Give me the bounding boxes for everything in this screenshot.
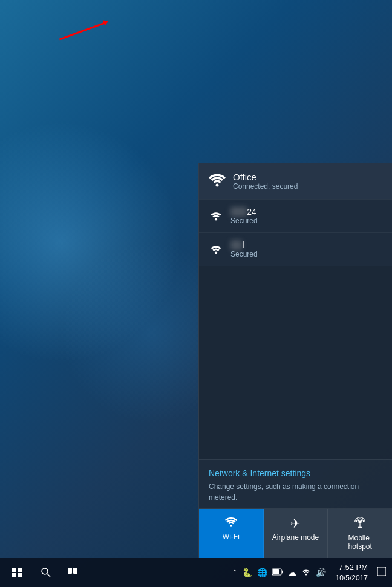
taskbar-clock[interactable]: 7:52 PM 10/5/2017 — [331, 562, 373, 583]
svg-point-4 — [359, 521, 362, 524]
taskbar-date: 10/5/2017 — [336, 573, 368, 583]
svg-rect-13 — [68, 568, 72, 574]
airplane-icon: ✈ — [290, 516, 301, 531]
network-1-name-suffix: 24 — [247, 207, 256, 217]
wifi-connected-icon — [209, 172, 226, 191]
wifi-button-label: Wi-Fi — [223, 533, 240, 541]
connected-network-item[interactable]: Office Connected, secured — [199, 163, 392, 199]
search-button[interactable] — [34, 558, 58, 587]
network-item-2[interactable]: l Secured — [199, 232, 392, 266]
system-tray: ⌃ 🐍 🌐 ☁ — [231, 566, 327, 579]
quick-actions-bar: Wi-Fi ✈ Airplane mode Mobilehotspot — [199, 508, 392, 558]
svg-rect-10 — [18, 573, 22, 577]
network-1-name-blurred — [230, 207, 247, 217]
connected-network-status: Connected, secured — [233, 182, 298, 191]
wifi-quick-icon — [224, 516, 238, 530]
network-2-status: Secured — [230, 250, 258, 258]
network-panel: Office Connected, secured 24 Secured — [198, 163, 392, 558]
cloud-icon[interactable]: ☁ — [287, 566, 298, 579]
network-2-name-suffix: l — [242, 240, 244, 250]
airplane-button-label: Airplane mode — [272, 533, 319, 542]
wifi-toggle-button[interactable]: Wi-Fi — [199, 509, 264, 558]
battery-icon[interactable] — [271, 566, 284, 579]
airplane-mode-button[interactable]: ✈ Airplane mode — [264, 509, 328, 558]
network-footer: Network & Internet settings Change setti… — [199, 459, 392, 508]
svg-point-2 — [215, 251, 217, 254]
svg-rect-16 — [273, 569, 279, 574]
network-2-name: l — [230, 240, 258, 250]
taskbar-left — [0, 558, 85, 587]
network-settings-link[interactable]: Network & Internet settings — [209, 468, 382, 478]
network-item-1[interactable]: 24 Secured — [199, 199, 392, 232]
taskbar-right: ⌃ 🐍 🌐 ☁ — [231, 562, 392, 583]
connected-network-name: Office — [233, 172, 298, 182]
svg-rect-14 — [73, 568, 77, 574]
mobile-hotspot-button[interactable]: Mobilehotspot — [328, 509, 392, 558]
svg-point-11 — [42, 568, 48, 574]
network-1-info: 24 Secured — [230, 207, 258, 225]
volume-icon[interactable]: 🔊 — [315, 566, 327, 579]
svg-rect-19 — [377, 567, 386, 576]
svg-rect-17 — [282, 570, 283, 573]
show-hidden-icons-button[interactable]: ⌃ — [231, 568, 238, 577]
svg-point-0 — [216, 183, 219, 186]
wifi-icon-2 — [209, 242, 223, 257]
notification-center-button[interactable] — [376, 566, 387, 579]
svg-rect-8 — [18, 568, 22, 572]
svg-point-18 — [305, 574, 307, 576]
network-footer-desc: Change settings, such as making a connec… — [209, 482, 359, 502]
network-2-name-blurred — [230, 240, 242, 250]
svg-point-1 — [215, 218, 217, 220]
svg-rect-9 — [12, 573, 16, 577]
wifi-icon-1 — [209, 209, 223, 224]
svg-rect-7 — [12, 568, 16, 572]
task-view-button[interactable] — [60, 558, 85, 587]
svg-line-12 — [47, 574, 50, 577]
taskbar-time: 7:52 PM — [336, 562, 368, 573]
wifi-taskbar-icon[interactable] — [300, 566, 312, 579]
task-icon-1[interactable]: 🐍 — [241, 566, 253, 579]
hotspot-button-label: Mobilehotspot — [348, 534, 371, 551]
network-1-name: 24 — [230, 207, 258, 217]
network-2-info: l Secured — [230, 240, 258, 258]
network-1-status: Secured — [230, 217, 258, 225]
hotspot-icon — [353, 516, 367, 531]
network-panel-spacer — [199, 266, 392, 459]
connected-network-info: Office Connected, secured — [233, 172, 298, 191]
taskbar: ⌃ 🐍 🌐 ☁ — [0, 558, 392, 587]
start-button[interactable] — [2, 558, 31, 587]
task-icon-2[interactable]: 🌐 — [256, 566, 269, 579]
svg-point-3 — [230, 525, 232, 527]
